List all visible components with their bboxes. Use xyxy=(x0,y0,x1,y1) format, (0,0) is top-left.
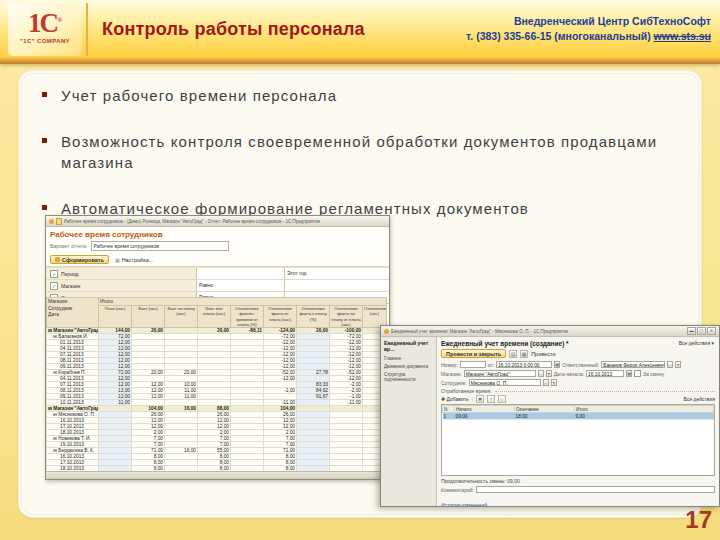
header: 1С® "1С" COMPANY Контроль работы персона… xyxy=(0,0,720,58)
field-row-store: Магазин: Магазин "АвтоГрад" … ▾ Дата нач… xyxy=(441,370,715,377)
report-table: МагазинСотрудникДатаИтогоПлан (час)Факт … xyxy=(46,297,387,472)
filter-label: ✓Период xyxy=(46,268,196,279)
shift-label: За смену xyxy=(643,371,664,377)
report-window-title-text: Рабочее время сотрудников - (Демо) Розни… xyxy=(64,219,386,224)
grid-cell: 1 xyxy=(443,413,455,420)
checkbox-icon[interactable]: ✓ xyxy=(50,282,58,290)
report-title: Рабочее время сотрудников xyxy=(46,227,389,240)
post-icon[interactable]: ▦ xyxy=(520,350,528,358)
row-label-cell: ⊟ Бердюгина В. К. xyxy=(47,448,99,454)
history-link[interactable]: История изменений xyxy=(441,502,487,506)
date-input[interactable]: 16.10.2013 0:00:00 xyxy=(496,361,552,368)
nav-panel-item[interactable]: Структура подчиненности xyxy=(384,372,433,382)
document-window: Ежедневный учет времени: Магазин "АвтоГр… xyxy=(380,325,720,507)
document-window-title-text: Ежедневный учет времени: Магазин "АвтоГр… xyxy=(391,329,685,334)
employee-lookup-icon[interactable]: … xyxy=(543,379,549,386)
row-label-cell: ⊟ Магазин "АвтоГрад" xyxy=(47,328,99,334)
move-down-icon[interactable]: ↓ xyxy=(498,395,506,403)
grid-all-actions-button[interactable]: Все действия xyxy=(684,396,715,402)
store-lookup-icon[interactable]: … xyxy=(538,370,544,377)
employee-label: Сотрудник: xyxy=(441,380,467,386)
row-label-cell: ⊟ Магазин "АвтоГрад-спорт" xyxy=(47,406,99,412)
store-label: Магазин: xyxy=(441,371,462,377)
delete-row-icon[interactable]: ✖ xyxy=(476,395,484,403)
post-button[interactable]: Провести xyxy=(531,351,555,357)
number-label: Номер: xyxy=(441,362,458,368)
filter-label: ✓Магазин xyxy=(46,280,196,291)
logo-1c: 1С® "1С" COMPANY xyxy=(8,3,82,56)
settings-button[interactable]: ▦Настройка... xyxy=(115,257,153,263)
field-row-employee: Сотрудник: Мясникова О. П. … ▾ xyxy=(441,379,715,386)
nav-panel: Ежедневный учет вр... ГлавноеДвижения до… xyxy=(381,337,437,506)
table-total-group-header: Итого xyxy=(99,298,387,306)
org-contacts: т. (383) 335-66-15 (многоканальный) www.… xyxy=(466,29,711,44)
number-input[interactable] xyxy=(460,361,486,368)
calendar-icon[interactable]: ▦ xyxy=(626,370,632,377)
bullet-marker-icon xyxy=(42,205,47,210)
chevron-down-icon[interactable]: ▾ xyxy=(546,370,552,377)
generate-button[interactable]: Сформировать xyxy=(50,255,109,264)
responsible-lookup-icon[interactable]: … xyxy=(667,361,673,368)
filter-row[interactable]: ✓ПериодЭтот год xyxy=(46,268,389,280)
filter-value-cell[interactable] xyxy=(284,280,389,291)
store-select[interactable]: Магазин "АвтоГрад" xyxy=(464,370,536,377)
report-statusbar xyxy=(46,471,389,479)
responsible-label: Ответственный: xyxy=(562,362,599,368)
filter-value-cell[interactable]: Этот год xyxy=(284,268,389,279)
column-header: Факт вне плана (час) xyxy=(198,306,231,328)
column-header: Факт (час) xyxy=(132,306,165,328)
comment-label: Комментарий: xyxy=(441,487,474,493)
bullet-item: Возможность контроля своевременной обраб… xyxy=(42,132,682,173)
header-divider xyxy=(86,3,88,56)
checkbox-icon[interactable]: ✓ xyxy=(50,270,58,278)
plus-icon: ✚ xyxy=(441,396,445,402)
column-header: Отклонение факта к плану (%) xyxy=(297,306,330,328)
app-icon xyxy=(49,219,54,224)
comment-input[interactable] xyxy=(476,486,715,493)
registered-icon: ® xyxy=(57,16,62,24)
responsible-select[interactable]: Баканов Федор Алексеевич xyxy=(601,361,665,368)
org-site-link[interactable]: www.sts.su xyxy=(654,30,711,42)
nav-panel-item[interactable]: Главное xyxy=(384,356,433,361)
generate-icon xyxy=(55,257,60,262)
filter-operator-cell[interactable]: Равно xyxy=(196,280,284,291)
report-table-area[interactable]: МагазинСотрудникДатаИтогоПлан (час)Факт … xyxy=(46,297,389,472)
nav-panel-heading: Ежедневный учет вр... xyxy=(384,340,433,352)
bullet-text: Учет рабочего времени персонала xyxy=(61,86,337,106)
app-icon xyxy=(384,329,389,334)
post-and-close-button[interactable]: Провести и закрыть xyxy=(441,349,506,358)
document-icon xyxy=(56,218,62,225)
chevron-down-icon[interactable]: ▾ xyxy=(551,379,557,386)
close-icon[interactable]: ✕ xyxy=(707,327,716,335)
calendar-icon[interactable]: ▦ xyxy=(554,361,560,368)
filter-row[interactable]: ✓МагазинРавно xyxy=(46,280,389,292)
variant-input[interactable]: Рабочее время сотрудников xyxy=(91,241,229,251)
move-up-icon[interactable]: ↑ xyxy=(487,395,495,403)
nav-panel-item[interactable]: Движения документа xyxy=(384,364,433,369)
window-controls[interactable]: ▬▢✕ xyxy=(687,327,716,335)
page-number: 17 xyxy=(685,506,712,534)
row-label-cell: ⊟ Мясникова О. П. xyxy=(47,412,99,418)
start-date-input[interactable]: 16.10.2013 xyxy=(586,370,624,377)
org-name: Внедренческий Центр СибТехноСофт xyxy=(466,14,711,29)
nav-panel-items: ГлавноеДвижения документаСтруктура подчи… xyxy=(384,356,433,382)
save-icon[interactable]: ▤ xyxy=(509,350,517,358)
worked-time-grid[interactable]: NНачалоОкончаниеИтого109:0018:009,00 xyxy=(441,404,715,476)
bullet-text: Возможность контроля своевременной обраб… xyxy=(61,132,681,173)
column-header: Отклонение факта по плану от плана (час) xyxy=(330,306,363,328)
all-actions-button[interactable]: Все действия ▾ xyxy=(679,340,714,346)
grid-column-header: N xyxy=(443,406,455,413)
employee-select[interactable]: Мясникова О. П. xyxy=(469,379,541,386)
document-window-titlebar[interactable]: Ежедневный учет времени: Магазин "АвтоГр… xyxy=(381,326,719,337)
maximize-icon[interactable]: ▢ xyxy=(697,327,706,335)
chevron-down-icon[interactable]: ▾ xyxy=(675,361,681,368)
report-window-titlebar[interactable]: Рабочее время сотрудников - (Демо) Розни… xyxy=(46,216,389,227)
slide-title: Контроль работы персонала xyxy=(102,19,365,40)
settings-grid-icon: ▦ xyxy=(115,257,120,263)
minimize-icon[interactable]: ▬ xyxy=(687,327,696,335)
add-row-button[interactable]: ✚ Добавить xyxy=(441,396,469,402)
shift-checkbox[interactable] xyxy=(634,370,641,377)
grid-row[interactable]: 109:0018:009,00 xyxy=(443,413,714,420)
filter-operator-cell[interactable] xyxy=(196,268,284,279)
comment-row: Комментарий: xyxy=(441,486,715,493)
